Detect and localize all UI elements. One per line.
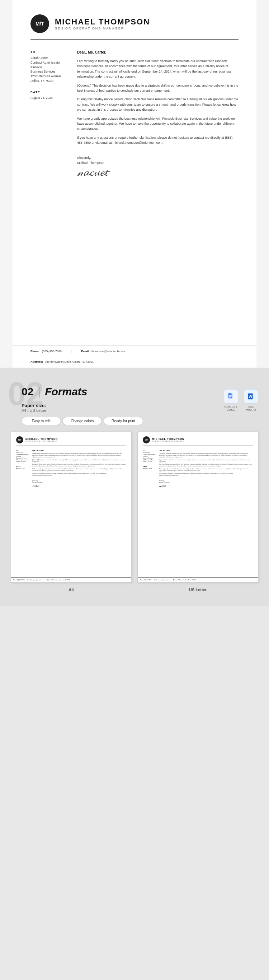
para-2: (Optional) This decision has been made d… — [77, 83, 239, 94]
us-letter-preview-card: M/T MICHAEL THOMPSON SENIOR OPERATIONS M… — [138, 431, 258, 582]
signature-image: 𝓃𝓪𝓬𝓾𝓮𝓽 — [77, 167, 239, 178]
avatar: M/T — [30, 14, 49, 33]
letter-header: M/T MICHAEL THOMPSON SENIOR OPERATIONS M… — [30, 14, 239, 40]
mini-para1-a4: I am writing to formally notify you of O… — [32, 453, 126, 458]
letter-page: M/T MICHAEL THOMPSON SENIOR OPERATIONS M… — [13, 0, 256, 345]
formats-title: Formats — [45, 386, 87, 398]
mini-left-a4: TO Sarah CarterContract AdministratorPin… — [16, 450, 32, 488]
a4-preview-card: M/T MICHAEL THOMPSON SENIOR OPERATIONS M… — [11, 431, 131, 582]
mini-address-a4: Sarah CarterContract AdministratorPinnac… — [16, 452, 32, 463]
signer-name: Michael Thompson — [77, 161, 239, 165]
mini-header-us: M/T MICHAEL THOMPSON SENIOR OPERATIONS M… — [143, 436, 253, 446]
mini-name-block-us: MICHAEL THOMPSON SENIOR OPERATIONS MANAG… — [152, 438, 184, 442]
mini-sig-us: Sincerely, Michael Thompson 𝓃𝓪𝓬 — [159, 480, 253, 488]
letter-footer: Phone: (555) 456-7890 | Email: thompson@… — [13, 345, 256, 368]
formats-top-area: 02 02 | Formats Paper size: A4 / US Lett… — [0, 379, 269, 431]
mini-address-label-a4: Address: 789 Innovation Drive Austin, TX… — [46, 579, 70, 581]
mini-email-label-us: Email: thompson@oriontech.com — [154, 579, 170, 581]
us-letter-card-wrapper: M/T MICHAEL THOMPSON SENIOR OPERATIONS M… — [138, 431, 258, 592]
footer-phone: Phone: (555) 456-7890 — [30, 350, 62, 353]
paper-size-options: A4 / US Letter — [22, 408, 143, 412]
mini-phone-label-us: Phone: (555) 456-7890 — [140, 579, 151, 581]
google-docs-label: GOODLEDOCS — [224, 405, 237, 412]
phone-label: Phone: — [30, 350, 40, 353]
us-mini-letter: M/T MICHAEL THOMPSON SENIOR OPERATIONS M… — [138, 432, 258, 568]
para-5: If you have any questions or require fur… — [77, 135, 239, 146]
google-docs-icon-block[interactable]: GOODLEDOCS — [224, 389, 238, 412]
letter-body: TO Sarah Carter Contract Administrator P… — [30, 50, 239, 178]
mini-left-us: TO Sarah CarterContract AdministratorPin… — [143, 450, 159, 488]
a4-card-wrapper: M/T MICHAEL THOMPSON SENIOR OPERATIONS M… — [11, 431, 131, 592]
mini-para2-us: (Optional) This decision has been made d… — [159, 459, 253, 463]
phone-value: (555) 456-7890 — [42, 350, 62, 353]
svg-rect-4 — [229, 397, 231, 398]
paper-size-block: Paper size: A4 / US Letter Easy to edit … — [22, 403, 143, 428]
mini-para2-a4: (Optional) This decision has been made d… — [32, 459, 126, 463]
letter-right-col: Dear., Ms. Carter, I am writing to forma… — [77, 50, 239, 178]
preview-cards: M/T MICHAEL THOMPSON SENIOR OPERATIONS M… — [0, 431, 269, 592]
mini-name-block-a4: MICHAEL THOMPSON SENIOR OPERATIONS MANAG… — [25, 438, 58, 442]
mini-avatar-a4: M/T — [16, 436, 23, 444]
mini-para3-a4: During this 30-day notice period, Orion … — [32, 464, 126, 467]
mini-email-label-a4: Email: thompson@oriontech.com — [28, 579, 44, 581]
email-label: Email: — [81, 350, 90, 353]
mini-avatar-us: M/T — [143, 436, 150, 444]
mini-footer-a4: Phone: (555) 456-7890 Email: thompson@or… — [11, 578, 131, 582]
mini-phone-label-a4: Phone: (555) 456-7890 — [13, 579, 25, 581]
formats-section: 02 02 | Formats Paper size: A4 / US Lett… — [0, 368, 269, 606]
header-name-block: MICHAEL THOMPSON SENIOR OPERATIONS MANAG… — [55, 17, 150, 30]
para-1: I am writing to formally notify you of O… — [77, 59, 239, 80]
mini-right-a4: Dear., Ms. Carter, I am writing to forma… — [32, 450, 126, 488]
address-value: 789 Innovation Drive Austin, TX 73301 — [45, 360, 93, 363]
ms-word-icon-block[interactable]: W MS.WORD — [244, 389, 258, 412]
date-value: August 25, 2024 — [30, 96, 77, 100]
svg-rect-2 — [229, 395, 232, 396]
footer-address: Address: 789 Innovation Drive Austin, TX… — [30, 360, 239, 363]
sender-title: SENIOR OPERATIONS MANAGER — [55, 27, 150, 30]
mini-para4-us: We have greatly appreciated the business… — [159, 468, 253, 472]
mini-sig-a4: Sincerely, Michael Thompson 𝓃𝓪𝓬 — [32, 480, 126, 488]
letter-left-col: TO Sarah Carter Contract Administrator P… — [30, 50, 77, 178]
mini-right-us: Dear., Ms. Carter, I am writing to forma… — [159, 450, 253, 488]
mini-footer-us: Phone: (555) 456-7890 Email: thompson@or… — [138, 578, 258, 582]
para-3: During this 30-day notice period, Orion … — [77, 97, 239, 112]
mini-body-a4: TO Sarah CarterContract AdministratorPin… — [16, 450, 126, 488]
us-letter-label: US Letter — [138, 587, 258, 592]
para-4: We have greatly appreciated the business… — [77, 116, 239, 132]
svg-rect-1 — [231, 393, 233, 395]
svg-rect-3 — [229, 396, 232, 397]
mini-para5-a4: If you have any questions or require fur… — [32, 473, 126, 477]
svg-text:W: W — [249, 395, 253, 399]
mini-sig-script-a4: 𝓃𝓪𝓬 — [32, 484, 126, 488]
letter-greeting: Dear., Ms. Carter, — [77, 50, 239, 54]
mini-para3-us: During this 30-day notice period, Orion … — [159, 464, 253, 467]
change-colors-button[interactable]: Change colors — [62, 417, 102, 425]
mini-para4-a4: We have greatly appreciated the business… — [32, 468, 126, 472]
mini-header-a4: M/T MICHAEL THOMPSON SENIOR OPERATIONS M… — [16, 436, 126, 446]
letter-section: M/T MICHAEL THOMPSON SENIOR OPERATIONS M… — [0, 0, 269, 368]
formats-left: 02 02 | Formats Paper size: A4 / US Lett… — [11, 386, 143, 428]
footer-email: Email: thompson@oriontech.com — [81, 350, 125, 353]
closing-text: Sincerely, — [77, 156, 239, 159]
mini-para1-us: I am writing to formally notify you of O… — [159, 453, 253, 458]
mini-para5-us: If you have any questions or require fur… — [159, 473, 253, 477]
email-value: thompson@oriontech.com — [92, 350, 125, 353]
footer-sep-1: | — [71, 350, 72, 353]
recipient-address: Sarah Carter Contract Administrator Pinn… — [30, 56, 77, 83]
app-icons: GOODLEDOCS W MS.WORD — [224, 386, 258, 412]
formats-number-inline: 02 — [22, 386, 33, 398]
ms-word-icon: W — [244, 389, 258, 404]
mini-address-us: Sarah CarterContract AdministratorPinnac… — [143, 452, 159, 463]
mini-address-label-us: Address: 789 Innovation Drive Austin, TX… — [173, 579, 196, 581]
a4-label: A4 — [11, 587, 131, 592]
sender-name: MICHAEL THOMPSON — [55, 17, 150, 27]
ready-for-print-button[interactable]: Ready for print — [104, 417, 143, 425]
easy-edit-button[interactable]: Easy to edit — [22, 417, 61, 425]
ms-word-label: MS.WORD — [246, 405, 256, 412]
mini-body-us: TO Sarah CarterContract AdministratorPin… — [143, 450, 253, 488]
a4-mini-letter: M/T MICHAEL THOMPSON SENIOR OPERATIONS M… — [11, 432, 131, 568]
mini-sig-script-us: 𝓃𝓪𝓬 — [159, 484, 253, 488]
address-label: Address: — [30, 360, 43, 363]
to-label: TO — [30, 50, 77, 54]
signature-block: Sincerely, Michael Thompson 𝓃𝓪𝓬𝓾𝓮𝓽 — [77, 156, 239, 178]
